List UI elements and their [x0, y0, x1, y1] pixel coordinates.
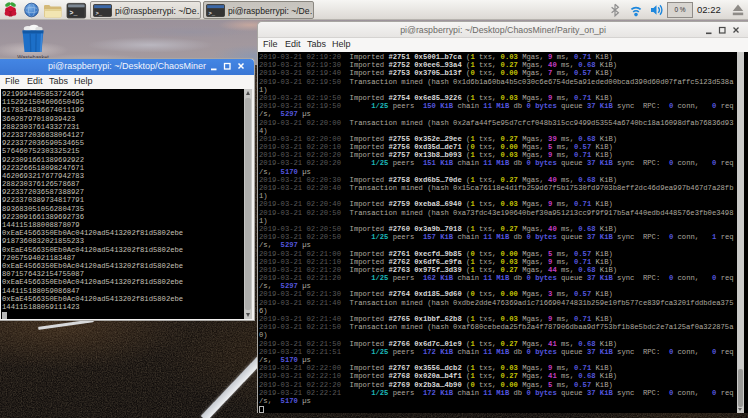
- svg-text:>_: >_: [70, 10, 78, 17]
- svg-text:>_: >_: [209, 10, 216, 17]
- svg-text:>_: >_: [96, 10, 103, 17]
